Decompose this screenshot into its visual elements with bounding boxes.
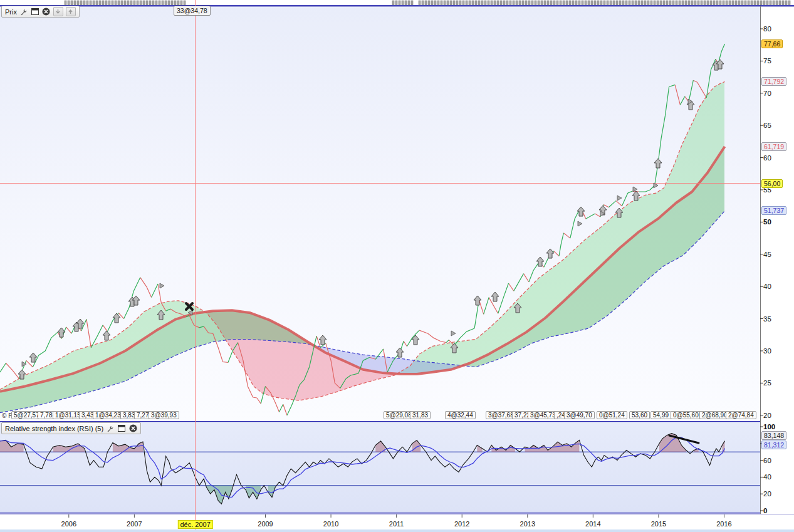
overview-tick-bar (127, 1, 129, 5)
move-panel-down-icon[interactable] (53, 7, 63, 16)
overview-tick-bar (757, 1, 759, 5)
overview-tick-bar (431, 1, 433, 5)
overview-tick-bar (513, 1, 515, 5)
overview-tick-bar (779, 1, 781, 5)
overview-tick-bar (610, 1, 612, 5)
handle-triangle-marker[interactable] (160, 283, 164, 288)
overview-tick-bar (395, 1, 397, 5)
overview-tick-bar (133, 1, 135, 5)
overview-tick-bar (162, 1, 164, 5)
overview-tick-bar (704, 1, 706, 5)
overview-tick-bar (735, 1, 737, 5)
overview-tick-bar (563, 1, 565, 5)
rsi-smoothed-line (0, 437, 725, 498)
handle-triangle-marker[interactable] (451, 331, 456, 336)
overview-tick-bar (535, 1, 536, 5)
overview-tick-bar (462, 1, 464, 5)
overview-tick-bar (437, 1, 439, 5)
overview-tick-bar (425, 1, 427, 5)
overview-tick-bar (625, 1, 627, 5)
overview-tick-bar (672, 1, 674, 5)
overview-tick-bar (99, 1, 101, 5)
overview-tick-bar (788, 1, 790, 5)
buy-signal-arrow[interactable] (546, 249, 554, 258)
overview-tick-bar (556, 1, 558, 5)
settings-wrench-icon[interactable] (19, 8, 28, 16)
overview-tick-bar (770, 1, 771, 5)
overview-tick-bar (80, 1, 82, 5)
overview-tick-bar (685, 1, 687, 5)
rsi-overbought-fill (477, 446, 482, 452)
overview-tick-bar (748, 1, 750, 5)
overview-tick-bar (174, 1, 176, 5)
overview-tick-bar (399, 1, 400, 5)
buy-signal-arrow[interactable] (103, 331, 110, 340)
move-panel-up-icon[interactable] (66, 7, 76, 16)
top-border-line (0, 5, 794, 6)
handle-triangle-marker[interactable] (633, 187, 637, 192)
overview-tick-bar (660, 1, 662, 5)
overview-tick-bar (165, 1, 167, 5)
overview-tick-bar (607, 1, 609, 5)
overview-tick-bar (112, 1, 113, 5)
overview-tick-bar (90, 1, 91, 5)
overview-tick-bar (146, 1, 148, 5)
handle-triangle-marker[interactable] (617, 196, 622, 201)
overview-tick-bar (184, 1, 185, 5)
overview-tick-bar (716, 1, 718, 5)
overview-tick-bar (744, 1, 746, 5)
overview-tick-bar (180, 1, 182, 5)
overview-tick-bar (428, 1, 430, 5)
overview-tick-bar (654, 1, 656, 5)
handle-triangle-marker[interactable] (578, 221, 582, 226)
rsi-panel-title: Relative strength index (RSI) (5) (5, 425, 103, 432)
overview-tick-bar (613, 1, 615, 5)
overview-tick-bar (541, 1, 543, 5)
overview-tick-bar (585, 1, 587, 5)
close-icon[interactable] (42, 8, 51, 16)
chart-canvas[interactable] (0, 0, 794, 532)
buy-signal-arrow[interactable] (58, 328, 65, 337)
overview-tick-bar (503, 1, 505, 5)
overview-tick-bar (650, 1, 652, 5)
overview-tick-bar (603, 1, 605, 5)
overview-tick-bar (679, 1, 681, 5)
overview-tick-bar (572, 1, 574, 5)
overview-tick-bar (632, 1, 634, 5)
overview-tick-bar (459, 1, 461, 5)
overview-tick-bar (149, 1, 151, 5)
overview-tick-bar (723, 1, 724, 5)
buy-signal-arrow[interactable] (654, 159, 662, 168)
overview-tick-bar (666, 1, 668, 5)
window-icon[interactable] (31, 8, 39, 16)
overview-tick-bar (785, 1, 787, 5)
overview-tick-bar (171, 1, 173, 5)
rsi-settings-wrench-icon[interactable] (106, 424, 115, 432)
overview-tick-bar (121, 1, 123, 5)
overview-tick-bar (506, 1, 508, 5)
overview-tick-bar (719, 1, 721, 5)
overview-tick-bar (694, 1, 696, 5)
overview-tick-bar (491, 1, 493, 5)
overview-tick-bar (130, 1, 132, 5)
handle-triangle-marker[interactable] (654, 183, 658, 188)
overview-tick-bar (766, 1, 768, 5)
overview-tick-bar (773, 1, 775, 5)
buy-signal-arrow[interactable] (491, 292, 499, 301)
rsi-close-icon[interactable] (128, 424, 137, 432)
overview-tick-bar (688, 1, 690, 5)
rsi-window-icon[interactable] (117, 424, 126, 432)
overview-tick-bar (456, 1, 458, 5)
overview-tick-bar (710, 1, 712, 5)
overview-tick-bar (569, 1, 571, 5)
overview-tick-bar (434, 1, 436, 5)
buy-signal-arrow[interactable] (113, 313, 120, 323)
overview-tick-bar (638, 1, 640, 5)
overview-tick-bar (497, 1, 499, 5)
overview-tick-bar (588, 1, 590, 5)
overview-tick-bar (93, 1, 95, 5)
rsi-overbought-fill (525, 440, 580, 452)
overview-tick-bar (118, 1, 120, 5)
overview-tick-bar (102, 1, 104, 5)
buy-signal-arrow[interactable] (577, 207, 585, 216)
